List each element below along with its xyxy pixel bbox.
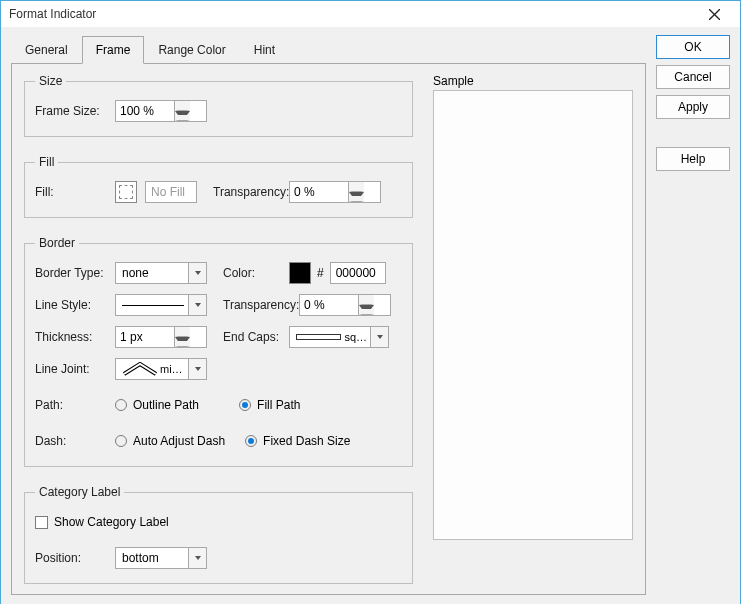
fill-trans-up[interactable] <box>349 182 364 192</box>
border-type-value: none <box>122 266 149 280</box>
framesize-down[interactable] <box>175 111 190 121</box>
form-column: Size Frame Size: Fill Fill: <box>24 74 413 584</box>
chevron-up-icon <box>359 295 374 305</box>
border-transparency-label: Transparency: <box>219 298 299 312</box>
border-color-label: Color: <box>219 266 289 280</box>
dash-fixed-radio[interactable]: Fixed Dash Size <box>245 434 350 448</box>
chevron-down-icon <box>195 367 201 371</box>
cancel-button[interactable]: Cancel <box>656 65 730 89</box>
linejoint-select[interactable]: mi… <box>115 358 207 380</box>
category-legend: Category Label <box>35 485 124 499</box>
path-outline-label: Outline Path <box>133 398 199 412</box>
chevron-down-icon <box>359 305 374 315</box>
help-button[interactable]: Help <box>656 147 730 171</box>
framesize-input[interactable] <box>116 101 174 121</box>
size-legend: Size <box>35 74 66 88</box>
category-group: Category Label Show Category Label Posit… <box>24 485 413 584</box>
fill-transparency-input[interactable] <box>290 182 348 202</box>
fill-trans-down[interactable] <box>349 192 364 202</box>
framesize-spinner[interactable] <box>115 100 207 122</box>
chevron-up-icon <box>175 101 190 111</box>
sample-preview <box>433 90 633 540</box>
chevron-down-icon <box>195 303 201 307</box>
chevron-up-icon <box>349 182 364 192</box>
show-category-label: Show Category Label <box>54 515 169 529</box>
framesize-up[interactable] <box>175 101 190 111</box>
linejoint-value: mi… <box>160 363 183 375</box>
path-label: Path: <box>35 398 115 412</box>
path-fill-radio[interactable]: Fill Path <box>239 398 300 412</box>
tab-range-color[interactable]: Range Color <box>144 36 239 64</box>
position-label: Position: <box>35 551 115 565</box>
action-buttons: OK Cancel Apply Help <box>656 35 730 595</box>
fill-transparency-label: Transparency: <box>209 185 289 199</box>
linejoint-icon <box>122 362 158 376</box>
close-button[interactable] <box>694 1 734 27</box>
border-legend: Border <box>35 236 79 250</box>
thickness-input[interactable] <box>116 327 174 347</box>
border-transparency-input[interactable] <box>300 295 358 315</box>
sample-column: Sample <box>433 74 633 584</box>
ok-button[interactable]: OK <box>656 35 730 59</box>
fill-label: Fill: <box>35 185 115 199</box>
border-type-label: Border Type: <box>35 266 115 280</box>
endcaps-label: End Caps: <box>219 330 289 344</box>
left-panel: General Frame Range Color Hint Size Fram… <box>11 35 646 595</box>
titlebar: Format Indicator <box>1 1 740 27</box>
tab-hint[interactable]: Hint <box>240 36 289 64</box>
tab-general[interactable]: General <box>11 36 82 64</box>
endcap-icon <box>296 334 341 340</box>
dash-fixed-label: Fixed Dash Size <box>263 434 350 448</box>
position-value: bottom <box>122 551 159 565</box>
sample-label: Sample <box>433 74 633 88</box>
fill-pattern-button[interactable] <box>115 181 137 203</box>
fill-value <box>145 181 197 203</box>
border-color-input[interactable] <box>330 262 386 284</box>
thickness-label: Thickness: <box>35 330 115 344</box>
dash-label: Dash: <box>35 434 115 448</box>
border-type-select[interactable]: none <box>115 262 207 284</box>
tab-content: Size Frame Size: Fill Fill: <box>11 63 646 595</box>
chevron-down-icon <box>175 111 190 121</box>
path-outline-radio[interactable]: Outline Path <box>115 398 199 412</box>
chevron-down-icon <box>349 192 364 202</box>
chevron-down-icon <box>175 337 190 347</box>
border-group: Border Border Type: none Color: # <box>24 236 413 467</box>
dash-auto-radio[interactable]: Auto Adjust Dash <box>115 434 225 448</box>
chevron-up-icon <box>175 327 190 337</box>
border-color-swatch[interactable] <box>289 262 311 284</box>
fill-transparency-spinner[interactable] <box>289 181 381 203</box>
close-icon <box>709 9 720 20</box>
linestyle-label: Line Style: <box>35 298 115 312</box>
dash-auto-label: Auto Adjust Dash <box>133 434 225 448</box>
tab-frame[interactable]: Frame <box>82 36 145 64</box>
tab-bar: General Frame Range Color Hint <box>11 36 646 64</box>
position-select[interactable]: bottom <box>115 547 207 569</box>
thickness-spinner[interactable] <box>115 326 207 348</box>
hatch-icon <box>119 185 133 199</box>
linestyle-select[interactable] <box>115 294 207 316</box>
dialog-body: General Frame Range Color Hint Size Fram… <box>1 27 740 604</box>
format-indicator-dialog: Format Indicator General Frame Range Col… <box>0 0 741 604</box>
window-title: Format Indicator <box>9 7 96 21</box>
hash-symbol: # <box>317 266 324 280</box>
linejoint-label: Line Joint: <box>35 362 115 376</box>
endcaps-select[interactable]: sq… <box>289 326 389 348</box>
size-group: Size Frame Size: <box>24 74 413 137</box>
chevron-down-icon <box>195 271 201 275</box>
checkbox-icon <box>35 516 48 529</box>
line-preview-icon <box>122 305 184 306</box>
chevron-down-icon <box>195 556 201 560</box>
border-transparency-spinner[interactable] <box>299 294 391 316</box>
fill-group: Fill Fill: Transparency: <box>24 155 413 218</box>
framesize-label: Frame Size: <box>35 104 115 118</box>
path-fill-label: Fill Path <box>257 398 300 412</box>
apply-button[interactable]: Apply <box>656 95 730 119</box>
endcaps-value: sq… <box>344 331 367 343</box>
fill-legend: Fill <box>35 155 58 169</box>
show-category-checkbox[interactable]: Show Category Label <box>35 515 169 529</box>
chevron-down-icon <box>377 335 383 339</box>
